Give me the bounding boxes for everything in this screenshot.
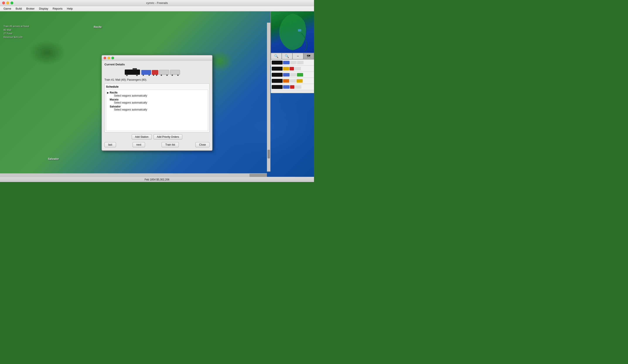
- dialog-min-button[interactable]: [107, 57, 110, 59]
- schedule-entry-recife: ▶ Recife Select wagons automatically: [107, 91, 207, 98]
- schedule-instruction-recife: Select wagons automatically: [114, 94, 147, 97]
- minimap-car-white-1: [290, 61, 297, 64]
- minimap-car-blue-1: [283, 61, 290, 64]
- minimap-car-yellow-1: [283, 67, 289, 71]
- add-station-button[interactable]: Add Station: [132, 134, 152, 140]
- minimap-car-blue-2: [283, 73, 290, 76]
- minimap-controls[interactable]: 🔍 🔍 − 🗺: [271, 53, 314, 59]
- window-title: cymric - Freerails: [146, 1, 168, 4]
- last-button[interactable]: last: [104, 142, 116, 147]
- svg-rect-8: [152, 70, 158, 75]
- minimap-car-white-2: [297, 61, 304, 64]
- svg-point-7: [149, 74, 150, 76]
- schedule-station-name-maceio: Maceio: [110, 98, 147, 101]
- svg-rect-11: [159, 70, 169, 75]
- section-title-current-details: Current Details: [104, 63, 210, 66]
- dialog-titlebar[interactable]: [102, 55, 212, 61]
- schedule-list[interactable]: ▶ Recife Select wagons automatically ▶ M…: [106, 90, 208, 131]
- menu-reports[interactable]: Reports: [50, 6, 65, 11]
- minimap-car-red-1: [290, 67, 294, 71]
- minimap-train-row-3: [271, 72, 314, 78]
- schedule-arrow-recife: ▶: [107, 91, 109, 94]
- minimap-trains-list: [271, 59, 314, 93]
- menu-display[interactable]: Display: [37, 6, 51, 11]
- minimap-car-white-3: [294, 67, 301, 71]
- minimap-car-yellow-2: [297, 79, 303, 83]
- minimap-car-orange-1: [283, 79, 289, 83]
- minimap-train-row-2: [271, 66, 314, 72]
- game-map[interactable]: Train #6 arrives at Natal 80 Mail 27 Foo…: [0, 11, 314, 177]
- dialog-current-details: Current Details: [101, 55, 213, 151]
- schedule-section: Schedule ▶ Recife Select wagons automati…: [104, 83, 210, 133]
- minimap-loco-2: [272, 67, 283, 71]
- minimap-car-white-5: [290, 79, 296, 83]
- svg-point-15: [172, 74, 173, 76]
- svg-rect-2: [133, 68, 137, 70]
- dialog-close-button[interactable]: [104, 57, 106, 59]
- menu-broker[interactable]: Broker: [24, 6, 37, 11]
- minimap-zoom-out[interactable]: 🔍: [282, 53, 293, 59]
- dialog-max-button[interactable]: [111, 57, 114, 59]
- menu-build[interactable]: Build: [13, 6, 24, 11]
- train-list-button[interactable]: Train list: [161, 142, 179, 147]
- horizontal-scroll-thumb[interactable]: [249, 174, 267, 177]
- schedule-entry-maceio: ▶ Maceio Select wagons automatically: [107, 98, 207, 105]
- maximize-window-button[interactable]: [10, 1, 13, 4]
- close-button[interactable]: Close: [195, 142, 210, 147]
- minimap-train-row-5: [271, 84, 314, 90]
- menu-game[interactable]: Game: [1, 6, 13, 11]
- minimap-loco-5: [272, 85, 283, 89]
- statusbar-text: Feb 1854 $5,302,206: [145, 178, 169, 181]
- navigation-buttons-row: last next Train list Close: [104, 141, 210, 148]
- svg-rect-0: [298, 29, 301, 31]
- minimap-loco-4: [272, 79, 283, 83]
- vertical-scrollbar[interactable]: [267, 23, 270, 172]
- svg-point-3: [126, 74, 128, 76]
- minimap-car-red-2: [290, 85, 294, 89]
- close-window-button[interactable]: [2, 1, 5, 4]
- minimap-train-row-1: [271, 60, 314, 66]
- minimap-car-white-4: [290, 73, 297, 76]
- menubar: Game Build Broker Display Reports Help: [0, 6, 314, 11]
- schedule-instruction-salvador: Select wagons automatically: [114, 108, 147, 111]
- schedule-title: Schedule: [106, 85, 208, 88]
- svg-point-12: [161, 74, 162, 76]
- train-display-svg: [124, 68, 190, 76]
- statusbar: Feb 1854 $5,302,206: [0, 177, 314, 182]
- svg-point-10: [156, 74, 157, 76]
- svg-point-9: [153, 74, 154, 76]
- minimap: 🔍 🔍 − 🗺: [270, 11, 314, 66]
- schedule-station-name-salvador: Salvador: [110, 105, 147, 108]
- minimap-train-row-4: [271, 78, 314, 84]
- schedule-entry-salvador: ▶ Salvador Select wagons automatically: [107, 105, 207, 112]
- scroll-thumb[interactable]: [268, 150, 270, 158]
- train-description: Train #1: Mail (40); Passengers (80).: [104, 78, 210, 81]
- action-buttons-row: Add Station Add Priority Orders: [104, 134, 210, 140]
- svg-point-16: [177, 74, 179, 76]
- minimap-car-green-1: [297, 73, 303, 76]
- dialog-body: Current Details: [102, 61, 212, 150]
- schedule-station-name-recife: Recife: [110, 91, 147, 94]
- minimap-car-white-6: [295, 85, 301, 89]
- window-controls[interactable]: [2, 1, 13, 4]
- minimap-loco-3: [272, 73, 283, 77]
- minimap-loco-1: [272, 61, 283, 65]
- svg-rect-1: [125, 70, 140, 75]
- menu-help[interactable]: Help: [65, 6, 75, 11]
- next-button[interactable]: next: [133, 142, 145, 147]
- minimap-fullmap[interactable]: 🗺: [303, 53, 314, 59]
- add-priority-orders-button[interactable]: Add Priority Orders: [154, 134, 182, 140]
- minimap-svg: [271, 11, 314, 53]
- svg-rect-5: [141, 70, 151, 75]
- svg-point-6: [143, 74, 144, 76]
- titlebar: cymric - Freerails: [0, 0, 314, 6]
- minimize-window-button[interactable]: [6, 1, 9, 4]
- horizontal-scrollbar[interactable]: [0, 173, 267, 177]
- minimap-map[interactable]: [271, 11, 314, 53]
- minimap-zoom-in[interactable]: 🔍: [271, 53, 282, 59]
- train-image-area: [104, 68, 210, 76]
- minimap-minus[interactable]: −: [292, 53, 303, 59]
- svg-point-4: [136, 74, 138, 76]
- svg-rect-14: [170, 70, 180, 75]
- svg-point-13: [166, 74, 168, 76]
